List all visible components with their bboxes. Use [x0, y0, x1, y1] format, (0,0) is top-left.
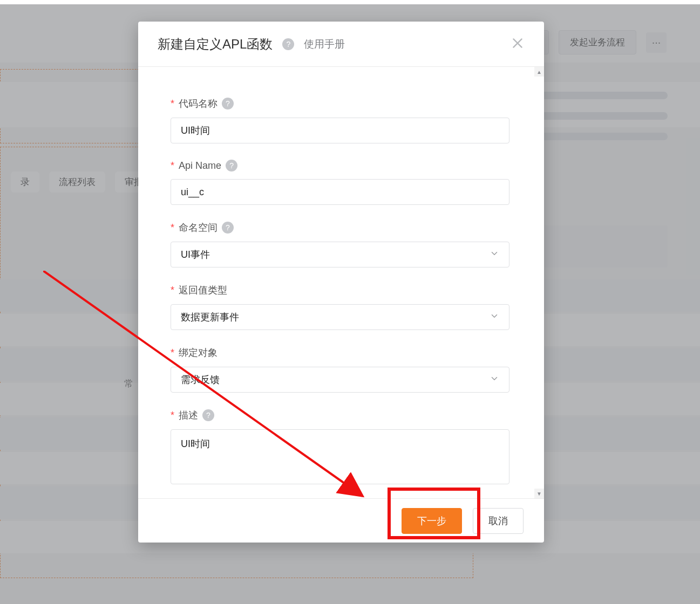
modal-title: 新建自定义APL函数 — [158, 36, 273, 53]
select-bind-object-value: 需求反馈 — [181, 373, 220, 386]
field-description: * 描述 ? UI时间 — [171, 409, 512, 484]
field-api-name: * Api Name ? ui__c — [171, 160, 512, 205]
field-namespace: * 命名空间 ? UI事件 — [171, 221, 512, 267]
scrollbar[interactable]: ▲ ▼ — [534, 67, 544, 498]
select-namespace[interactable]: UI事件 — [171, 242, 509, 267]
next-button[interactable]: 下一步 — [402, 508, 462, 534]
scroll-up-icon[interactable]: ▲ — [534, 67, 544, 77]
select-return-type-value: 数据更新事件 — [181, 311, 239, 324]
label-bind-object: 绑定对象 — [179, 346, 218, 359]
help-icon[interactable]: ? — [202, 409, 214, 421]
select-namespace-value: UI事件 — [181, 248, 210, 261]
label-code-name: 代码名称 — [179, 97, 218, 110]
label-api-name: Api Name — [179, 160, 221, 171]
select-return-type[interactable]: 数据更新事件 — [171, 304, 509, 330]
help-icon[interactable]: ? — [282, 38, 294, 50]
help-icon[interactable]: ? — [222, 98, 234, 109]
help-icon[interactable]: ? — [222, 222, 234, 234]
chevron-down-icon — [490, 311, 499, 324]
field-return-type: * 返回值类型 数据更新事件 — [171, 284, 512, 330]
manual-link[interactable]: 使用手册 — [304, 37, 345, 51]
chevron-down-icon — [490, 374, 499, 386]
cancel-button[interactable]: 取消 — [473, 508, 524, 534]
modal-header: 新建自定义APL函数 ? 使用手册 — [138, 22, 544, 67]
required-mark: * — [171, 160, 174, 171]
close-icon — [511, 36, 525, 50]
create-apl-function-modal: 新建自定义APL函数 ? 使用手册 ▲ ▼ * 代码名称 ? UI时间 * Ap… — [138, 22, 544, 543]
required-mark: * — [171, 222, 174, 234]
modal-footer: 下一步 取消 — [138, 498, 544, 543]
required-mark: * — [171, 410, 174, 421]
chevron-down-icon — [490, 249, 499, 261]
select-bind-object[interactable]: 需求反馈 — [171, 367, 509, 393]
label-description: 描述 — [179, 409, 198, 422]
close-button[interactable] — [511, 36, 525, 52]
input-code-name[interactable]: UI时间 — [171, 118, 509, 143]
required-mark: * — [171, 285, 174, 296]
input-api-name[interactable]: ui__c — [171, 179, 509, 205]
field-code-name: * 代码名称 ? UI时间 — [171, 97, 512, 143]
modal-body: ▲ ▼ * 代码名称 ? UI时间 * Api Name ? ui__c * — [138, 67, 544, 498]
required-mark: * — [171, 98, 174, 109]
textarea-description[interactable]: UI时间 — [171, 429, 509, 484]
field-bind-object: * 绑定对象 需求反馈 — [171, 346, 512, 393]
required-mark: * — [171, 347, 174, 359]
scroll-down-icon[interactable]: ▼ — [534, 489, 544, 498]
help-icon[interactable]: ? — [226, 160, 237, 171]
label-namespace: 命名空间 — [179, 221, 218, 234]
label-return-type: 返回值类型 — [179, 284, 227, 297]
